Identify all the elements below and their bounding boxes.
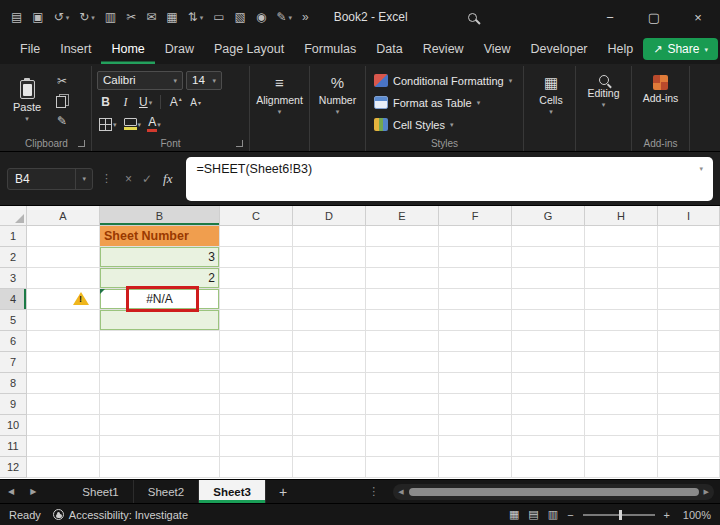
column-header-F[interactable]: F	[439, 206, 512, 226]
borders-button[interactable]: ▾	[97, 115, 119, 133]
cell-D5[interactable]	[293, 310, 366, 331]
cell-E2[interactable]	[366, 247, 439, 268]
cell-H2[interactable]	[585, 247, 658, 268]
cell-F8[interactable]	[439, 373, 512, 394]
cell-D12[interactable]	[293, 457, 366, 478]
increase-font-size-button[interactable]: A ▴	[167, 93, 184, 111]
cell-H9[interactable]	[585, 394, 658, 415]
cell-B2[interactable]: 3	[100, 247, 220, 268]
cell-C8[interactable]	[220, 373, 293, 394]
mail-button[interactable]: ✉	[141, 4, 161, 30]
sheet-nav-prev-icon[interactable]: ◀	[0, 487, 22, 496]
cell-E1[interactable]	[366, 226, 439, 247]
column-header-I[interactable]: I	[658, 206, 720, 226]
cell-F12[interactable]	[439, 457, 512, 478]
row-header-7[interactable]: 7	[0, 352, 27, 373]
cell-H10[interactable]	[585, 415, 658, 436]
cell-F7[interactable]	[439, 352, 512, 373]
name-box[interactable]: B4 ▾	[7, 168, 93, 190]
font-color-button[interactable]: A ▾	[146, 115, 163, 133]
scrollbar-thumb[interactable]	[409, 488, 699, 496]
cell-G10[interactable]	[512, 415, 585, 436]
column-header-A[interactable]: A	[27, 206, 100, 226]
tab-file[interactable]: File	[10, 34, 50, 64]
zoom-out-button[interactable]: −	[567, 509, 573, 521]
cell-A9[interactable]	[27, 394, 100, 415]
tab-draw[interactable]: Draw	[155, 34, 204, 64]
cell-G2[interactable]	[512, 247, 585, 268]
cell-A10[interactable]	[27, 415, 100, 436]
formula-input[interactable]: =SHEET(Sheet6!B3) ▾	[186, 157, 713, 201]
row-header-10[interactable]: 10	[0, 415, 27, 436]
undo-button[interactable]: ↺▾	[49, 4, 75, 30]
cell-G7[interactable]	[512, 352, 585, 373]
insert-function-button[interactable]: fx	[163, 171, 172, 187]
decrease-font-size-button[interactable]: A ▾	[187, 93, 204, 111]
cell-E5[interactable]	[366, 310, 439, 331]
zoom-level[interactable]: 100%	[679, 509, 711, 521]
cell-C11[interactable]	[220, 436, 293, 457]
cell-I9[interactable]	[658, 394, 720, 415]
row-header-12[interactable]: 12	[0, 457, 27, 478]
cell-G9[interactable]	[512, 394, 585, 415]
cell-G12[interactable]	[512, 457, 585, 478]
print-button[interactable]: ▧	[230, 4, 251, 30]
page-break-view-button[interactable]: ▥	[548, 508, 558, 521]
cell-F2[interactable]	[439, 247, 512, 268]
cell-A7[interactable]	[27, 352, 100, 373]
cell-E8[interactable]	[366, 373, 439, 394]
new-sheet-button[interactable]: +	[266, 484, 300, 500]
maximize-button[interactable]: ▢	[632, 0, 676, 34]
cell-E7[interactable]	[366, 352, 439, 373]
cell-B9[interactable]	[100, 394, 220, 415]
cell-C2[interactable]	[220, 247, 293, 268]
column-header-B[interactable]: B	[100, 206, 220, 226]
cell-A12[interactable]	[27, 457, 100, 478]
row-header-6[interactable]: 6	[0, 331, 27, 352]
share-button[interactable]: ↗ Share ▾	[643, 38, 718, 60]
cell-D2[interactable]	[293, 247, 366, 268]
cell-G6[interactable]	[512, 331, 585, 352]
cell-I11[interactable]	[658, 436, 720, 457]
tab-home[interactable]: Home	[101, 34, 154, 64]
row-header-8[interactable]: 8	[0, 373, 27, 394]
minimize-button[interactable]: −	[588, 0, 632, 34]
zoom-slider[interactable]	[583, 514, 655, 516]
sort-button[interactable]: ⇅▾	[183, 4, 209, 30]
sheet-tab-sheet1[interactable]: Sheet1	[68, 480, 133, 503]
row-header-4[interactable]: 4	[0, 289, 27, 310]
cell-D7[interactable]	[293, 352, 366, 373]
cell-I2[interactable]	[658, 247, 720, 268]
cell-E4[interactable]	[366, 289, 439, 310]
cell-B7[interactable]	[100, 352, 220, 373]
cell-C12[interactable]	[220, 457, 293, 478]
cell-G8[interactable]	[512, 373, 585, 394]
fill-color-button[interactable]: ▾	[122, 115, 144, 133]
column-header-G[interactable]: G	[512, 206, 585, 226]
cell-H1[interactable]	[585, 226, 658, 247]
cell-G5[interactable]	[512, 310, 585, 331]
cell-E12[interactable]	[366, 457, 439, 478]
cell-C9[interactable]	[220, 394, 293, 415]
search-icon[interactable]	[460, 4, 486, 30]
cell-D9[interactable]	[293, 394, 366, 415]
tab-review[interactable]: Review	[413, 34, 474, 64]
scroll-left-icon[interactable]: ◀	[398, 488, 403, 496]
sheet-nav-next-icon[interactable]: ▶	[22, 487, 44, 496]
cell-A11[interactable]	[27, 436, 100, 457]
cell-A6[interactable]	[27, 331, 100, 352]
close-button[interactable]: ×	[676, 0, 720, 34]
cell-G11[interactable]	[512, 436, 585, 457]
cell-I6[interactable]	[658, 331, 720, 352]
cell-I4[interactable]	[658, 289, 720, 310]
column-header-E[interactable]: E	[366, 206, 439, 226]
cell-G3[interactable]	[512, 268, 585, 289]
cell-H4[interactable]	[585, 289, 658, 310]
scroll-right-icon[interactable]: ▶	[704, 488, 709, 496]
font-family-select[interactable]: Calibri ▾	[97, 71, 183, 90]
number-format-button[interactable]: % Number ▾	[315, 69, 360, 115]
tab-view[interactable]: View	[474, 34, 521, 64]
cell-I7[interactable]	[658, 352, 720, 373]
column-header-C[interactable]: C	[220, 206, 293, 226]
cell-F9[interactable]	[439, 394, 512, 415]
